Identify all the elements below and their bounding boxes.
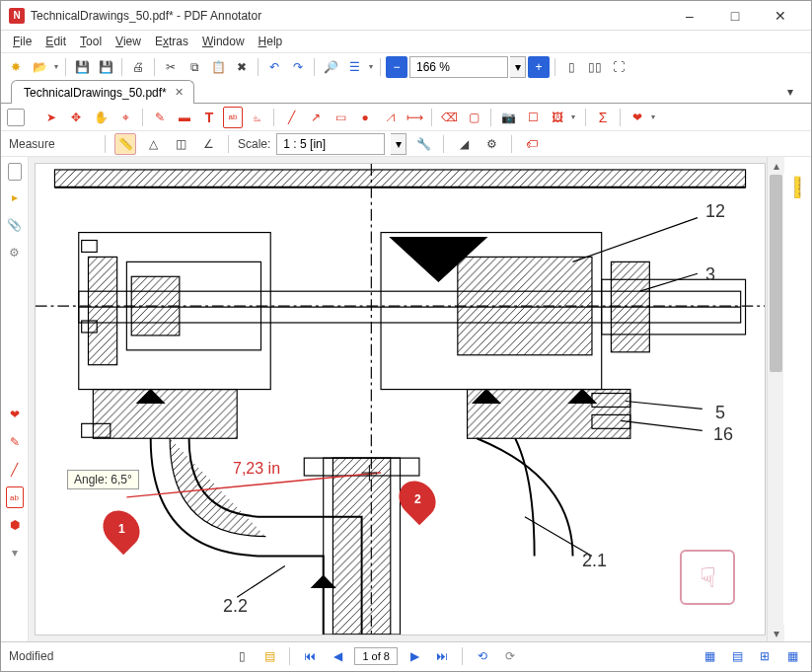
sidebar-stamp-icon[interactable]: ⬢ <box>4 514 26 536</box>
group-dropdown-icon[interactable]: ▾ <box>367 62 375 71</box>
sidebar-pen-icon[interactable]: ✎ <box>4 431 26 453</box>
sidebar-line-icon[interactable]: ╱ <box>4 459 26 481</box>
text-icon[interactable]: T <box>198 107 220 128</box>
scroll-thumb[interactable] <box>770 175 782 372</box>
print-icon[interactable]: 🖨 <box>127 56 149 78</box>
sidebar-tool-icon[interactable]: ⚙ <box>4 242 26 263</box>
ruler-icon[interactable]: 📏 <box>781 172 812 202</box>
save-icon[interactable]: 💾 <box>71 56 93 78</box>
lasso-icon[interactable]: ✥ <box>65 107 87 128</box>
menu-extras[interactable]: Extras <box>149 33 194 50</box>
tab-menu-icon[interactable]: ▾ <box>779 81 801 103</box>
group-icon[interactable]: ☰ <box>343 56 365 78</box>
rect-icon[interactable]: ▭ <box>330 107 351 128</box>
scroll-up-icon[interactable]: ▴ <box>768 157 784 174</box>
hand-icon[interactable]: ✋ <box>90 107 111 128</box>
prev-page-icon[interactable]: ◀ <box>327 645 348 667</box>
formula-icon[interactable]: Σ <box>592 107 614 128</box>
measure-label: Measure <box>7 137 96 151</box>
close-button[interactable]: ✕ <box>758 1 803 31</box>
document-tab[interactable]: TechnicalDrawings_50.pdf* ✕ <box>11 80 194 104</box>
highlighter-icon[interactable]: ▬ <box>174 107 195 128</box>
layout3-icon[interactable]: ⊞ <box>754 645 775 667</box>
eraser-icon[interactable]: ⌫ <box>438 107 460 128</box>
image-icon[interactable]: 🖼 <box>547 107 568 128</box>
next-page-icon[interactable]: ▶ <box>404 645 425 667</box>
scale-dropdown-icon[interactable]: ▾ <box>391 133 406 155</box>
sidebar-bookmark-icon[interactable]: ▸ <box>4 187 26 208</box>
sidebar-textbox-icon[interactable]: ab <box>6 486 24 508</box>
circle-icon[interactable]: ● <box>354 107 376 128</box>
zoom-in-icon[interactable]: + <box>528 56 550 78</box>
zoom-out-icon[interactable]: − <box>386 56 407 78</box>
scroll-down-icon[interactable]: ▾ <box>768 625 784 641</box>
back-icon[interactable]: ⟲ <box>472 645 493 667</box>
settings-icon[interactable]: 🔧 <box>412 133 434 155</box>
favorite-dropdown-icon[interactable]: ▾ <box>651 112 659 121</box>
menu-help[interactable]: Help <box>253 33 289 50</box>
zoom-dropdown-icon[interactable]: ▾ <box>510 56 526 78</box>
crop-icon[interactable]: ☐ <box>522 107 544 128</box>
snap-icon[interactable]: ◢ <box>453 133 475 155</box>
find-icon[interactable]: 🔎 <box>320 56 341 78</box>
first-page-icon[interactable]: ⏮ <box>299 645 321 667</box>
underline-icon[interactable]: ⎁ <box>246 107 267 128</box>
whiteout-icon[interactable]: ▢ <box>463 107 484 128</box>
dimension-icon[interactable]: ⟼ <box>404 107 425 128</box>
open-icon[interactable]: 📂 <box>29 56 50 78</box>
open-dropdown-icon[interactable]: ▾ <box>52 62 60 71</box>
tab-close-icon[interactable]: ✕ <box>175 86 184 99</box>
arrow-icon[interactable]: ↗ <box>305 107 327 128</box>
continuous-icon[interactable]: ▤ <box>258 645 280 667</box>
forward-icon[interactable]: ⟳ <box>499 645 521 667</box>
measure-angle-icon[interactable]: ∠ <box>197 133 219 155</box>
menu-edit[interactable]: Edit <box>39 33 72 50</box>
copy-icon[interactable]: ⧉ <box>184 56 205 78</box>
measure-area-icon[interactable]: ◫ <box>170 133 191 155</box>
textbox-icon[interactable]: ab <box>223 107 243 128</box>
menu-view[interactable]: View <box>110 33 147 50</box>
maximize-button[interactable]: □ <box>712 1 758 31</box>
new-icon[interactable]: ✸ <box>5 56 27 78</box>
image-dropdown-icon[interactable]: ▾ <box>571 112 579 121</box>
zoom-input[interactable]: 166 % <box>409 56 508 78</box>
line-icon[interactable]: ╱ <box>280 107 302 128</box>
layout2-icon[interactable]: ▤ <box>726 645 748 667</box>
vertical-scrollbar[interactable]: ▴ ▾ <box>767 157 783 641</box>
cut-icon[interactable]: ✂ <box>160 56 182 78</box>
select-rect-icon[interactable] <box>7 109 25 126</box>
minimize-button[interactable]: – <box>667 1 712 31</box>
undo-icon[interactable]: ↶ <box>263 56 285 78</box>
extract-icon[interactable]: ⌖ <box>114 107 136 128</box>
measure-distance-icon[interactable]: 📏 <box>114 133 136 155</box>
last-page-icon[interactable]: ⏭ <box>431 645 453 667</box>
single-page-icon[interactable]: ▯ <box>231 645 253 667</box>
layout4-icon[interactable]: ▦ <box>781 645 803 667</box>
document-canvas[interactable]: 12 3 5 16 2.1 2.2 7,23 in Angle: 6,5° 1 … <box>35 163 766 635</box>
snap-settings-icon[interactable]: ⚙ <box>480 133 502 155</box>
paste-icon[interactable]: 📋 <box>207 56 229 78</box>
layout1-icon[interactable]: ▦ <box>699 645 720 667</box>
page-input[interactable] <box>354 647 398 665</box>
menu-tool[interactable]: Tool <box>74 33 108 50</box>
sidebar-attach-icon[interactable]: 📎 <box>4 214 26 236</box>
menu-window[interactable]: Window <box>196 33 251 50</box>
page-icon[interactable]: ▯ <box>560 56 582 78</box>
camera-icon[interactable]: 📷 <box>497 107 519 128</box>
save-as-icon[interactable]: 💾 <box>95 56 116 78</box>
menu-file[interactable]: File <box>7 33 37 50</box>
sidebar-page-icon[interactable] <box>8 163 22 181</box>
pointer-icon[interactable]: ➤ <box>40 107 62 128</box>
scale-input[interactable]: 1 : 5 [in] <box>276 133 385 155</box>
measure-perimeter-icon[interactable]: △ <box>142 133 164 155</box>
favorite-icon[interactable]: ❤ <box>627 107 648 128</box>
polyline-icon[interactable]: ⩘ <box>379 107 401 128</box>
delete-icon[interactable]: ✖ <box>231 56 253 78</box>
pen-icon[interactable]: ✎ <box>149 107 171 128</box>
fullscreen-icon[interactable]: ⛶ <box>608 56 629 78</box>
sidebar-favorite-icon[interactable]: ❤ <box>4 404 26 425</box>
tag-icon[interactable]: 🏷 <box>521 133 543 155</box>
sidebar-more-icon[interactable]: ▾ <box>4 542 26 563</box>
redo-icon[interactable]: ↷ <box>287 56 309 78</box>
two-page-icon[interactable]: ▯▯ <box>584 56 606 78</box>
